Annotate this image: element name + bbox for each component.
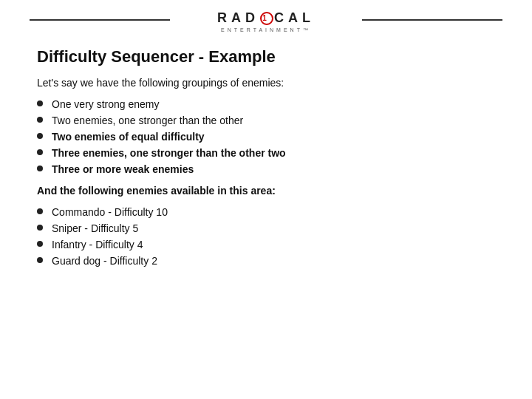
list-item-text: Two enemies, one stronger than the other — [52, 115, 243, 126]
bullet-icon — [37, 208, 43, 214]
list-item: Infantry - Difficulty 4 — [37, 236, 495, 253]
bullet-icon — [37, 117, 43, 123]
slide-page: RAD 1 CAL ENTERTAINMENT™ Difficulty Sequ… — [0, 0, 532, 399]
list-item: Two enemies, one stronger than the other — [37, 112, 495, 129]
list-item: Commando - Difficulty 10 — [37, 204, 495, 220]
list-item: Two enemies of equal difficulty — [37, 129, 495, 145]
logo-entertainment: ENTERTAINMENT™ — [221, 27, 311, 33]
available-intro: And the following enemies available in t… — [37, 185, 495, 197]
groupings-list: One very strong enemy Two enemies, one s… — [37, 96, 495, 177]
header: RAD 1 CAL ENTERTAINMENT™ — [0, 0, 532, 40]
list-item-text: Commando - Difficulty 10 — [52, 206, 168, 218]
bullet-icon — [37, 100, 43, 106]
list-item: One very strong enemy — [37, 96, 495, 112]
header-line-right — [362, 19, 502, 21]
list-item-text: One very strong enemy — [52, 98, 160, 110]
list-item: Sniper - Difficulty 5 — [37, 220, 495, 236]
list-item-text: Guard dog - Difficulty 2 — [52, 255, 157, 267]
bullet-icon — [37, 149, 43, 155]
slide-title: Difficulty Sequencer - Example — [37, 47, 495, 66]
list-item: Three enemies, one stronger than the oth… — [37, 145, 495, 161]
bullet-icon — [37, 166, 43, 171]
logo-rad: RAD — [217, 10, 259, 26]
logo: RAD 1 CAL ENTERTAINMENT™ — [217, 10, 315, 33]
bullet-icon — [37, 133, 43, 139]
bullet-icon — [37, 225, 43, 231]
bullet-icon — [37, 241, 43, 247]
slide-intro: Let's say we have the following grouping… — [37, 77, 495, 89]
list-item-text: Three enemies, one stronger than the oth… — [52, 147, 286, 159]
list-item-text: Two enemies of equal difficulty — [52, 131, 205, 143]
list-item: Guard dog - Difficulty 2 — [37, 253, 495, 269]
enemies-list: Commando - Difficulty 10 Sniper - Diffic… — [37, 204, 495, 269]
logo-radical-text: RAD 1 CAL — [217, 10, 315, 26]
list-item-text: Sniper - Difficulty 5 — [52, 222, 138, 234]
slide-content: Difficulty Sequencer - Example Let's say… — [0, 40, 532, 399]
bullet-icon — [37, 257, 43, 263]
list-item: Three or more weak enemies — [37, 161, 495, 177]
logo-circle-icon: 1 — [260, 12, 273, 25]
list-item-text: Three or more weak enemies — [52, 163, 194, 175]
logo-cal: CAL — [274, 10, 315, 26]
header-line-left — [30, 19, 170, 21]
list-item-text: Infantry - Difficulty 4 — [52, 239, 143, 250]
